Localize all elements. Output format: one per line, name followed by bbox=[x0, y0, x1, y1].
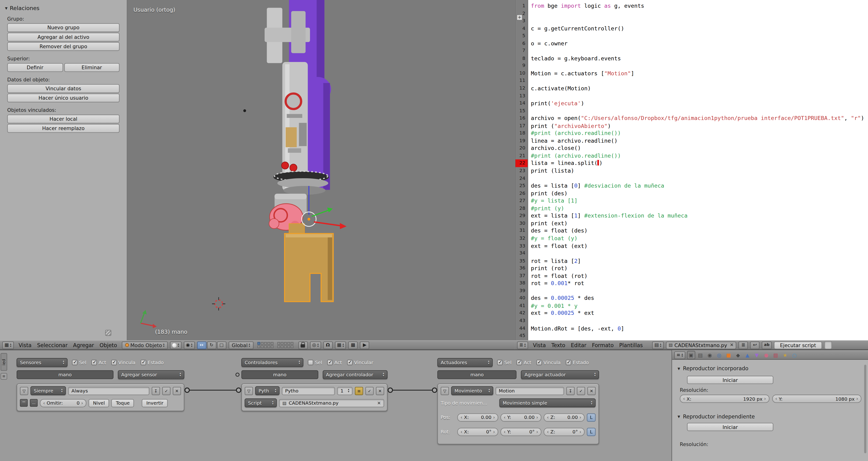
stepper-left-icon[interactable]: ‹ bbox=[461, 415, 463, 420]
layer-cell[interactable] bbox=[290, 345, 293, 348]
hacer-local-button[interactable]: Hacer local bbox=[7, 114, 120, 124]
axis-field-z[interactable]: ‹Z:0°› bbox=[544, 428, 585, 436]
menu-objeto[interactable]: Objeto bbox=[97, 342, 120, 348]
unlink-icon[interactable]: ✕ bbox=[377, 400, 381, 405]
definir-button[interactable]: Definir bbox=[7, 63, 63, 72]
render-animation-button[interactable]: ▶ bbox=[360, 341, 369, 349]
collapse-triangle-icon[interactable]: ▽ bbox=[20, 387, 28, 395]
datablock-browse-button[interactable]: ▤▴▾ bbox=[652, 341, 664, 349]
stepper-right-icon[interactable]: › bbox=[856, 396, 858, 401]
actuator-input-socket[interactable] bbox=[432, 388, 437, 392]
unlink-icon[interactable]: ✕ bbox=[730, 343, 734, 348]
shading-dropdown[interactable]: ▴▾ bbox=[170, 341, 182, 349]
level-button[interactable]: Nivel bbox=[89, 399, 109, 407]
tab-modifiers-icon[interactable]: ▲ bbox=[743, 351, 751, 359]
start-standalone-player-button[interactable]: Iniciar bbox=[687, 423, 773, 431]
controller-brick[interactable]: ▽ Pyth▴▾ Pytho 1▴▾ ≡ ✓ ✕ Script▴▾ ▤CADEN… bbox=[242, 384, 388, 411]
checkbox-vincular[interactable]: Vincular bbox=[347, 360, 373, 365]
actuator-name-field[interactable]: Motion bbox=[496, 387, 564, 395]
layer-cell[interactable] bbox=[257, 345, 260, 348]
line-numbers-toggle[interactable]: ≣ bbox=[739, 341, 748, 349]
layer-cell[interactable] bbox=[264, 342, 267, 345]
stepper-right-icon[interactable]: › bbox=[493, 415, 495, 420]
layer-cell[interactable] bbox=[284, 342, 287, 345]
actuator-brick[interactable]: ▽ Movimiento▴▾ Motion ↧ ✓ ✕ Tipo de movi… bbox=[437, 384, 599, 444]
axis-field-x[interactable]: ‹X:0.00› bbox=[457, 413, 498, 421]
layer-cell[interactable] bbox=[284, 345, 287, 348]
stepper-right-icon[interactable]: › bbox=[493, 429, 495, 434]
stepper-right-icon[interactable]: › bbox=[764, 396, 766, 401]
local-transform-toggle[interactable]: L bbox=[587, 428, 596, 436]
layer-cell[interactable] bbox=[271, 342, 274, 345]
checkbox-act[interactable]: Act bbox=[327, 360, 342, 365]
controller-name-field[interactable]: Pytho bbox=[282, 387, 335, 395]
collapsed-region-tab[interactable]: ied bbox=[0, 353, 7, 371]
tab-render-layers-icon[interactable]: ▤ bbox=[696, 351, 705, 359]
tap-button[interactable]: Toque bbox=[112, 399, 134, 407]
datablock-name-field[interactable]: ▤ CADENAStxtmano.py ✕ bbox=[666, 341, 737, 349]
layer-cell[interactable] bbox=[260, 342, 264, 345]
translate-manipulator-button[interactable]: ↔ bbox=[197, 341, 206, 349]
start-embedded-player-button[interactable]: Iniciar bbox=[687, 376, 773, 384]
agregar-al-del-activo-button[interactable]: Agregar al del activo bbox=[7, 33, 120, 42]
run-script-button[interactable]: Ejecutar script bbox=[774, 341, 822, 349]
syntax-highlight-toggle[interactable]: ab bbox=[762, 341, 772, 349]
menu-formato[interactable]: Formato bbox=[589, 342, 617, 348]
distant-object[interactable] bbox=[243, 109, 246, 112]
sensor-brick[interactable]: ▽ Siempre▴▾ Always ↧ ✓ ✕ ''' ... ‹Omitir… bbox=[17, 384, 184, 411]
mode-dropdown[interactable]: Modo Objeto▴▾ bbox=[122, 341, 168, 349]
axis-field-x[interactable]: ‹X:0°› bbox=[457, 428, 498, 436]
layer-cell[interactable] bbox=[267, 345, 270, 348]
stepper-left-icon[interactable]: ‹ bbox=[461, 429, 463, 434]
axis-field-y[interactable]: ‹Y:0°› bbox=[500, 428, 541, 436]
delete-icon[interactable]: ✕ bbox=[173, 387, 181, 395]
layer-cell[interactable] bbox=[281, 342, 283, 345]
delete-icon[interactable]: ✕ bbox=[587, 387, 595, 395]
layer-cell[interactable] bbox=[287, 345, 290, 348]
invert-button[interactable]: Invertir bbox=[142, 399, 168, 407]
menu-agregar[interactable]: Agregar bbox=[70, 342, 97, 348]
script-datablock-field[interactable]: ▤CADENAStxtmano.py✕ bbox=[279, 399, 384, 407]
script-mode-dropdown[interactable]: Script▴▾ bbox=[245, 399, 277, 407]
rotate-manipulator-button[interactable]: ↻ bbox=[207, 341, 216, 349]
skip-frequency-field[interactable]: ‹Omitir:0› bbox=[40, 399, 86, 407]
collapse-triangle-icon[interactable]: ▽ bbox=[245, 387, 253, 395]
check-icon[interactable]: ✓ bbox=[162, 387, 170, 395]
checkbox-act[interactable]: Act bbox=[517, 360, 531, 365]
tab-render-icon[interactable]: ▣ bbox=[687, 351, 695, 359]
layer-cell[interactable] bbox=[287, 342, 290, 345]
orientation-dropdown[interactable]: Global▴▾ bbox=[228, 341, 253, 349]
region-split-button[interactable]: + bbox=[517, 14, 523, 21]
sensor-type-dropdown[interactable]: Siempre▴▾ bbox=[30, 386, 66, 395]
menu-vista[interactable]: Vista bbox=[530, 342, 549, 348]
resolution-x-field[interactable]: ‹X:1920 px› bbox=[680, 395, 769, 403]
controllers-header-dropdown[interactable]: Controladores▴▾ bbox=[242, 358, 304, 367]
stepper-right-icon[interactable]: › bbox=[536, 429, 538, 434]
tab-object-data-icon[interactable]: ▼ bbox=[753, 351, 761, 359]
embedded-player-panel-header[interactable]: ▼Reproductor incorporado bbox=[678, 365, 748, 371]
tab-object-icon[interactable]: ■ bbox=[724, 351, 733, 359]
tab-texture-icon[interactable]: ▨ bbox=[771, 351, 780, 359]
checkbox-sel[interactable]: Sel bbox=[308, 360, 322, 365]
relations-panel-header[interactable]: ▼ Relaciones bbox=[5, 5, 127, 11]
code-area[interactable]: 1from bge import logic as g, events234c … bbox=[516, 0, 868, 340]
delete-icon[interactable]: ✕ bbox=[376, 387, 384, 395]
panel-resize-grip[interactable] bbox=[105, 330, 112, 336]
axis-field-y[interactable]: ‹Y:0.00› bbox=[500, 413, 541, 421]
tab-scene-icon[interactable]: ◉ bbox=[706, 351, 714, 359]
editor-type-dropdown[interactable]: ▦▴▾ bbox=[2, 341, 13, 349]
tab-material-icon[interactable]: ● bbox=[762, 351, 770, 359]
editor-type-dropdown[interactable]: ≡▴▾ bbox=[674, 351, 685, 359]
checkbox-estado[interactable]: Estado bbox=[141, 360, 163, 365]
layer-cell[interactable] bbox=[277, 342, 280, 345]
stepper-left-icon[interactable]: ‹ bbox=[547, 429, 549, 434]
controller-output-socket[interactable] bbox=[388, 388, 393, 392]
controller-state-field[interactable]: 1▴▾ bbox=[337, 387, 352, 395]
stepper-right-icon[interactable]: › bbox=[81, 400, 83, 405]
menu-vista[interactable]: Vista bbox=[16, 342, 34, 348]
snap-element-dropdown[interactable]: ▦▴▾ bbox=[335, 341, 346, 349]
layer-cell[interactable] bbox=[290, 342, 293, 345]
resolution-y-field[interactable]: ‹Y:1080 px› bbox=[772, 395, 862, 403]
register-checkbox[interactable] bbox=[824, 341, 832, 349]
actuators-header-dropdown[interactable]: Actuadores▴▾ bbox=[437, 358, 493, 367]
